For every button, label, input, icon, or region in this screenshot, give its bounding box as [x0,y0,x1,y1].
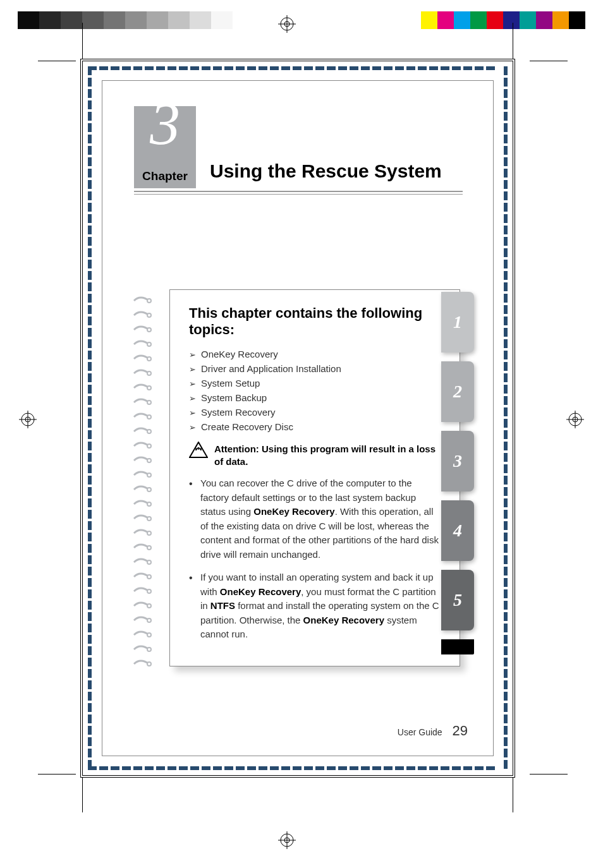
svg-point-17 [147,313,151,317]
printer-color-bars [18,11,585,32]
warning-icon [189,442,208,460]
tab-5: 5 [441,570,474,630]
color-swatch [520,11,536,29]
color-swatch [39,11,61,29]
chapter-label: Chapter [134,169,196,183]
color-swatch [503,11,520,29]
tab-4: 4 [441,500,474,561]
crop-mark [513,23,513,61]
svg-point-21 [147,371,151,375]
chapter-tabs: 1 2 3 4 5 [441,292,474,654]
svg-point-27 [147,459,151,462]
color-swatch [190,11,211,29]
registration-mark-icon [278,831,296,849]
color-swatch [125,11,147,29]
body-bullets: You can recover the C drive of the compu… [189,476,441,651]
registration-mark-icon [278,15,296,33]
topics-heading: This chapter contains the following topi… [189,305,441,338]
svg-point-22 [147,386,151,390]
crop-mark [513,775,513,812]
color-swatch [454,11,470,29]
svg-point-25 [147,430,151,433]
color-swatch [82,11,104,29]
spiral-binding-icon [131,296,153,690]
svg-point-35 [147,575,151,579]
svg-point-37 [147,604,151,608]
color-swatch [536,11,552,29]
color-swatch [569,11,585,29]
svg-point-33 [147,546,151,550]
svg-point-40 [147,648,151,651]
svg-point-38 [147,618,151,622]
color-swatch [487,11,503,29]
svg-point-24 [147,415,151,419]
chapter-header: 3 Chapter Using the Rescue System [134,106,463,195]
crop-mark [82,23,83,61]
color-swatch [552,11,569,29]
topics-list-item: System Backup [189,390,441,405]
inner-frame: 3 Chapter Using the Rescue System This c… [102,80,494,756]
crop-mark [38,774,76,775]
crop-mark [38,61,76,61]
color-swatch [211,11,233,29]
svg-point-36 [147,589,151,593]
page-sheet: 3 Chapter Using the Rescue System This c… [82,61,513,776]
divider [134,191,463,195]
page-number: 29 [453,723,468,738]
footer-label: User Guide [398,727,442,737]
body-bullet-item: You can recover the C drive of the compu… [189,476,441,570]
svg-point-34 [147,560,151,564]
color-swatch [437,11,454,29]
topics-list-item: System Setup [189,376,441,390]
attention-text: Attention: Using this program will resul… [214,443,441,467]
topics-list-item: System Recovery [189,405,441,419]
chapter-number: 3 [134,93,196,154]
color-swatch [18,11,39,29]
svg-point-28 [147,473,151,477]
tab-1: 1 [441,292,474,353]
topics-list: OneKey RecoveryDriver and Application In… [189,347,441,434]
color-swatch [168,11,190,29]
color-swatch [104,11,125,29]
crop-mark [82,775,83,812]
topics-list-item: Driver and Application Installation [189,361,441,376]
crop-mark [530,61,568,61]
color-swatch [421,11,437,29]
svg-point-20 [147,357,151,361]
svg-point-32 [147,531,151,535]
svg-point-30 [147,502,151,506]
color-swatch [470,11,487,29]
topics-box: This chapter contains the following topi… [169,289,460,666]
attention-note: Attention: Using this program will resul… [189,442,441,467]
svg-point-18 [147,328,151,332]
svg-point-26 [147,444,151,448]
svg-point-16 [147,299,151,303]
topics-list-item: Create Recovery Disc [189,419,441,434]
page-footer: User Guide 29 [398,723,468,739]
color-swatch [147,11,168,29]
topics-wrap: This chapter contains the following topi… [138,289,460,666]
svg-point-39 [147,633,151,637]
color-swatch [61,11,82,29]
registration-mark-icon [19,411,37,428]
tab-2: 2 [441,361,474,422]
chapter-badge: 3 Chapter [134,106,196,188]
svg-point-29 [147,488,151,491]
svg-point-41 [147,662,151,666]
body-bullet-item: If you want to install an operating syst… [189,570,441,651]
tab-end-cap [441,639,474,654]
svg-point-19 [147,342,151,346]
chapter-title: Using the Rescue System [210,106,463,182]
svg-point-23 [147,401,151,404]
svg-point-31 [147,517,151,521]
tab-3: 3 [441,431,474,491]
crop-mark [530,774,568,775]
registration-mark-icon [566,411,584,428]
topics-list-item: OneKey Recovery [189,347,441,361]
